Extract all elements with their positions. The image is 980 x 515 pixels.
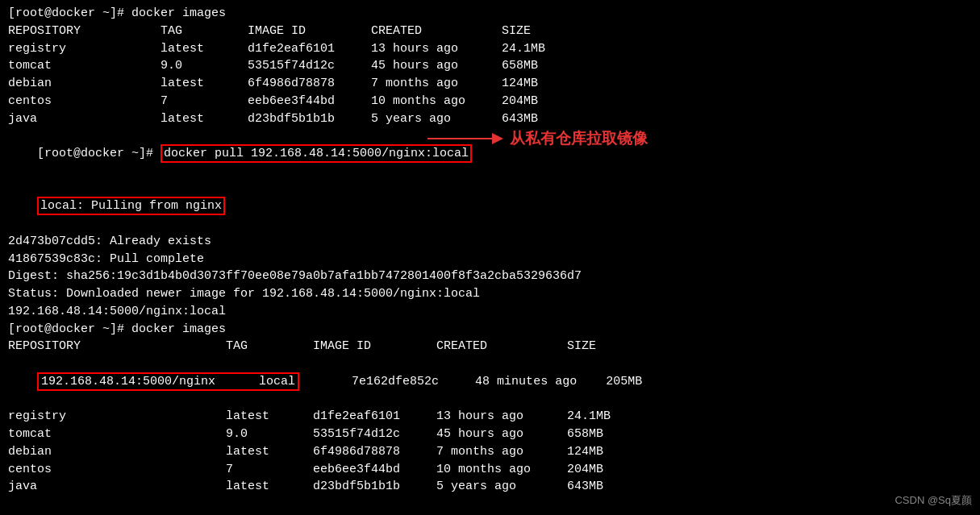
prompt-text: [root@docker ~]# — [37, 147, 161, 160]
nginx-local-highlight: 192.168.48.14:5000/nginx local — [37, 372, 299, 391]
terminal-line: java latest d23bdf5b1b1b 5 years ago 643… — [8, 110, 972, 128]
terminal-line-url: 192.168.48.14:5000/nginx:local — [8, 303, 972, 321]
terminal-line: tomcat 9.0 53515f74d12c 45 hours ago 658… — [8, 426, 972, 443]
terminal-window: [root@docker ~]# docker images REPOSITOR… — [0, 0, 980, 515]
terminal-line-header: REPOSITORY TAG IMAGE ID CREATED SIZE — [8, 23, 972, 40]
pulling-highlight: local: Pulling from nginx — [37, 197, 225, 215]
watermark: CSDN @Sq夏颜 — [895, 493, 972, 509]
terminal-line: 41867539c83c: Pull complete — [8, 251, 972, 268]
terminal-header2: REPOSITORY TAG IMAGE ID CREATED SIZE — [8, 338, 972, 355]
terminal-cmd-pull: [root@docker ~]# docker pull 192.168.48.… — [8, 127, 972, 180]
terminal-line: registry latest d1fe2eaf6101 13 hours ag… — [8, 408, 972, 426]
terminal-line-nginx-local: 192.168.48.14:5000/nginx local 7e162dfe8… — [8, 355, 972, 408]
terminal-line-digest: Digest: sha256:19c3d1b4b0d3073ff70ee08e7… — [8, 268, 972, 285]
terminal-line-cmd2: [root@docker ~]# docker images — [8, 321, 972, 338]
terminal-line-tomcat: tomcat 9.0 53515f74d12c 45 hours ago 658… — [8, 57, 972, 75]
terminal-line: registry latest d1fe2eaf6101 13 hours ag… — [8, 40, 972, 58]
terminal-line: 2d473b07cdd5: Already exists — [8, 233, 972, 251]
terminal-line: centos 7 eeb6ee3f44bd 10 months ago 204M… — [8, 93, 972, 110]
terminal-line-status: Status: Downloaded newer image for 192.1… — [8, 285, 972, 303]
terminal-line: [root@docker ~]# docker images — [8, 5, 972, 23]
terminal-line: centos 7 eeb6ee3f44bd 10 months ago 204M… — [8, 461, 972, 479]
terminal-prompt-line: [root@docker ~]# — [8, 496, 972, 515]
terminal-pulling-line: local: Pulling from nginx — [8, 181, 972, 233]
terminal-line: debian latest 6f4986d78878 7 months ago … — [8, 443, 972, 461]
terminal-line: debian latest 6f4986d78878 7 months ago … — [8, 75, 972, 93]
pull-command-highlight: docker pull 192.168.48.14:5000/nginx:loc… — [161, 144, 472, 163]
terminal-line: java latest d23bdf5b1b1b 5 years ago 643… — [8, 478, 972, 496]
rest-of-line: 7e162dfe852c 48 minutes ago 205MB — [301, 375, 642, 388]
